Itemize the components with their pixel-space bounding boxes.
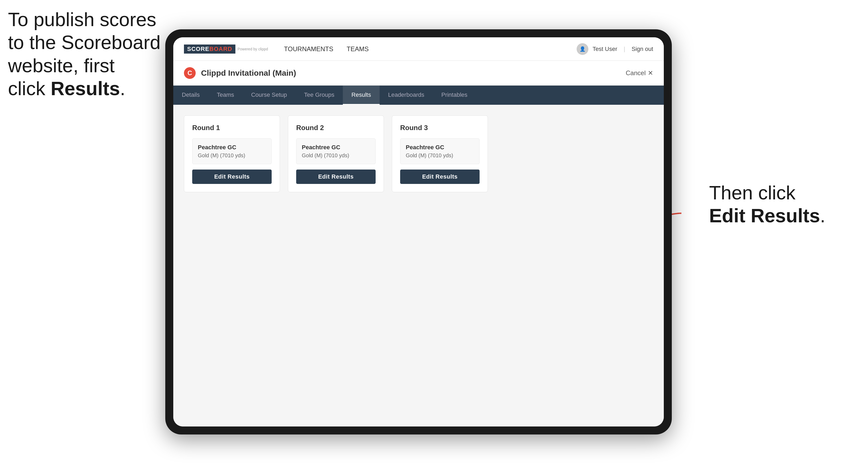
tab-teams[interactable]: Teams bbox=[208, 86, 243, 105]
tournament-header: C Clippd Invitational (Main) Cancel ✕ bbox=[173, 61, 664, 86]
instruction-right-line1: Then click bbox=[709, 182, 796, 204]
logo-area: SCOREBOARD Powered by clippd bbox=[184, 44, 268, 54]
instruction-line4: click Results. bbox=[8, 78, 125, 99]
rounds-grid: Round 1 Peachtree GC Gold (M) (7010 yds)… bbox=[184, 116, 653, 192]
sign-out-link[interactable]: Sign out bbox=[631, 45, 653, 53]
tab-leaderboards[interactable]: Leaderboards bbox=[380, 86, 433, 105]
edit-results-button-1[interactable]: Edit Results bbox=[192, 169, 272, 184]
round-2-card: Round 2 Peachtree GC Gold (M) (7010 yds)… bbox=[288, 116, 384, 192]
sub-nav: Details Teams Course Setup Tee Groups Re… bbox=[173, 86, 664, 105]
edit-results-button-3[interactable]: Edit Results bbox=[400, 169, 479, 184]
round-2-course: Peachtree GC Gold (M) (7010 yds) bbox=[296, 138, 376, 164]
round-1-card: Round 1 Peachtree GC Gold (M) (7010 yds)… bbox=[184, 116, 280, 192]
tournament-icon: C bbox=[184, 67, 196, 79]
round-1-course: Peachtree GC Gold (M) (7010 yds) bbox=[192, 138, 272, 164]
user-icon: 👤 bbox=[577, 43, 588, 55]
tab-tee-groups[interactable]: Tee Groups bbox=[296, 86, 343, 105]
nav-teams[interactable]: TEAMS bbox=[347, 45, 369, 53]
main-content: Round 1 Peachtree GC Gold (M) (7010 yds)… bbox=[173, 105, 664, 427]
instruction-left: To publish scores to the Scoreboard webs… bbox=[8, 8, 160, 100]
tab-details[interactable]: Details bbox=[173, 86, 208, 105]
tournament-name: Clippd Invitational (Main) bbox=[201, 68, 626, 77]
tab-course-setup[interactable]: Course Setup bbox=[243, 86, 296, 105]
round-2-course-name: Peachtree GC bbox=[302, 144, 370, 151]
round-3-title: Round 3 bbox=[400, 124, 479, 132]
round-3-course-name: Peachtree GC bbox=[406, 144, 474, 151]
close-icon: ✕ bbox=[648, 69, 653, 77]
edit-results-button-2[interactable]: Edit Results bbox=[296, 169, 376, 184]
instruction-line2: to the Scoreboard bbox=[8, 32, 160, 53]
instruction-line1: To publish scores bbox=[8, 9, 156, 30]
user-name: Test User bbox=[593, 45, 617, 53]
instruction-right-line2: Edit Results bbox=[709, 205, 820, 226]
round-2-title: Round 2 bbox=[296, 124, 376, 132]
nav-tournaments[interactable]: TOURNAMENTS bbox=[284, 45, 333, 53]
logo-subtitle: Powered by clippd bbox=[238, 47, 268, 51]
round-1-course-details: Gold (M) (7010 yds) bbox=[198, 153, 266, 159]
round-3-course-details: Gold (M) (7010 yds) bbox=[406, 153, 474, 159]
logo: SCOREBOARD bbox=[184, 44, 236, 54]
round-3-card: Round 3 Peachtree GC Gold (M) (7010 yds)… bbox=[392, 116, 488, 192]
instruction-line3: website, first bbox=[8, 55, 115, 76]
tablet-frame: SCOREBOARD Powered by clippd TOURNAMENTS… bbox=[165, 29, 672, 434]
round-1-title: Round 1 bbox=[192, 124, 272, 132]
round-2-course-details: Gold (M) (7010 yds) bbox=[302, 153, 370, 159]
cancel-button[interactable]: Cancel ✕ bbox=[626, 69, 653, 77]
top-nav: SCOREBOARD Powered by clippd TOURNAMENTS… bbox=[173, 37, 664, 61]
nav-right: 👤 Test User | Sign out bbox=[577, 43, 653, 55]
round-3-course: Peachtree GC Gold (M) (7010 yds) bbox=[400, 138, 479, 164]
tablet-screen: SCOREBOARD Powered by clippd TOURNAMENTS… bbox=[173, 37, 664, 427]
instruction-right: Then click Edit Results. bbox=[709, 181, 825, 227]
tab-results[interactable]: Results bbox=[343, 86, 379, 105]
nav-links: TOURNAMENTS TEAMS bbox=[284, 45, 576, 53]
tab-printables[interactable]: Printables bbox=[433, 86, 476, 105]
round-1-course-name: Peachtree GC bbox=[198, 144, 266, 151]
